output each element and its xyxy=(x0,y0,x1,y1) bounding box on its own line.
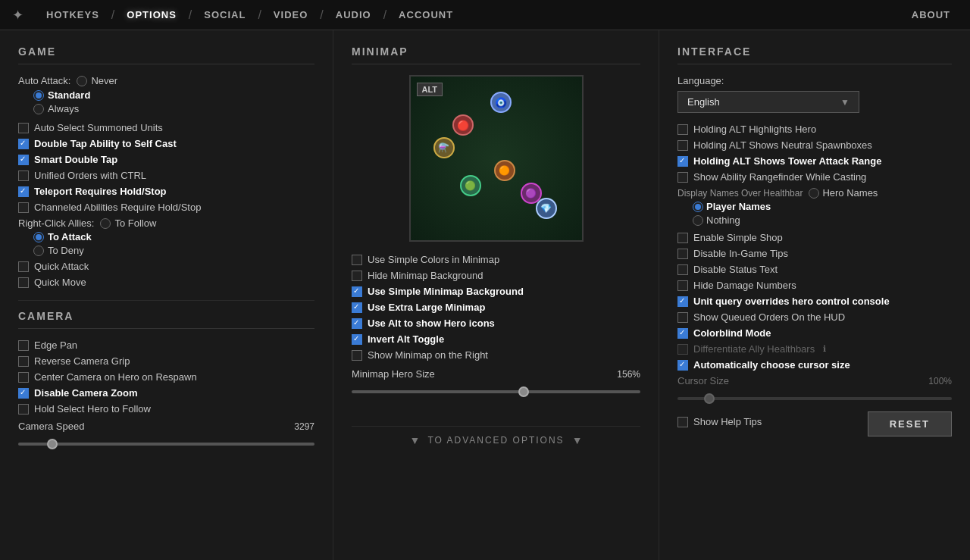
cb-quick-move[interactable] xyxy=(18,277,29,288)
auto-attack-standard[interactable]: Standard xyxy=(33,89,314,101)
reverse-camera[interactable]: Reverse Camera Grip xyxy=(18,355,314,367)
hero-names-option[interactable]: Hero Names xyxy=(809,187,878,199)
cb-alt-highlights[interactable] xyxy=(677,124,688,135)
cb-queued-orders[interactable] xyxy=(677,312,688,323)
invert-alt-toggle[interactable]: Invert Alt Toggle xyxy=(352,333,640,345)
radio-standard[interactable] xyxy=(33,90,44,101)
cb-status-text[interactable] xyxy=(677,264,688,275)
minimap-right-label: Show Minimap on the Right xyxy=(368,349,488,361)
auto-select-summoned[interactable]: Auto Select Summoned Units xyxy=(18,122,314,133)
differentiate-ally[interactable]: Differentiate Ally Healthbars ℹ xyxy=(677,343,952,355)
player-names-option[interactable]: Player Names xyxy=(693,201,952,212)
cb-disable-zoom[interactable] xyxy=(18,388,29,399)
cb-simple-shop[interactable] xyxy=(677,233,688,243)
colorblind-mode[interactable]: Colorblind Mode xyxy=(677,327,952,339)
double-tap-ability[interactable]: Double Tap Ability to Self Cast xyxy=(18,138,314,149)
nav-hotkeys[interactable]: HOTKEYS xyxy=(39,6,107,23)
auto-attack-never[interactable]: Never xyxy=(77,75,117,86)
cb-help-tips[interactable] xyxy=(677,417,688,427)
cb-auto-cursor[interactable] xyxy=(677,360,688,371)
cb-damage-numbers[interactable] xyxy=(677,280,688,291)
hide-damage-numbers[interactable]: Hide Damage Numbers xyxy=(677,280,952,291)
cb-smart-double-tap[interactable] xyxy=(18,155,29,165)
show-queued-orders[interactable]: Show Queued Orders On the HUD xyxy=(677,311,952,323)
radio-player-names[interactable] xyxy=(693,202,703,212)
right-click-attack[interactable]: To Attack xyxy=(33,231,314,242)
cb-auto-select[interactable] xyxy=(18,123,29,133)
cb-unit-query[interactable] xyxy=(677,296,688,307)
show-help-tips[interactable]: Show Help Tips xyxy=(677,416,762,427)
cb-hold-select[interactable] xyxy=(18,404,29,415)
cb-channeled[interactable] xyxy=(18,202,29,213)
nav-social[interactable]: SOCIAL xyxy=(196,6,253,23)
right-click-follow[interactable]: To Follow xyxy=(100,217,156,229)
radio-never[interactable] xyxy=(77,76,87,86)
nav-video[interactable]: VIDEO xyxy=(266,6,315,23)
hero-size-slider[interactable] xyxy=(352,390,640,393)
enable-simple-shop[interactable]: Enable Simple Shop xyxy=(677,232,952,243)
radio-attack[interactable] xyxy=(33,232,44,242)
cb-unified-orders[interactable] xyxy=(18,171,29,181)
simple-minimap-bg[interactable]: Use Simple Minimap Background xyxy=(352,286,640,297)
extra-large-minimap[interactable]: Use Extra Large Minimap xyxy=(352,302,640,313)
camera-speed-slider[interactable] xyxy=(18,443,314,446)
reset-button[interactable]: RESET xyxy=(868,411,952,436)
cb-hide-minimap-bg[interactable] xyxy=(352,271,362,281)
teleport-requires[interactable]: Teleport Requires Hold/Stop xyxy=(18,186,314,197)
cb-differentiate-ally[interactable] xyxy=(677,344,688,355)
right-click-deny[interactable]: To Deny xyxy=(33,245,314,256)
simple-colors[interactable]: Use Simple Colors in Minimap xyxy=(352,254,640,265)
cb-colorblind[interactable] xyxy=(677,328,688,339)
cb-invert-alt[interactable] xyxy=(352,334,362,345)
nav-audio[interactable]: AUDIO xyxy=(328,6,379,23)
alt-tower-range[interactable]: Holding ALT Shows Tower Attack Range xyxy=(677,155,952,167)
unified-orders[interactable]: Unified Orders with CTRL xyxy=(18,170,314,181)
ability-rangefinder[interactable]: Show Ability Rangefinder While Casting xyxy=(677,171,952,183)
minimap-on-right[interactable]: Show Minimap on the Right xyxy=(352,349,640,361)
cb-extra-large[interactable] xyxy=(352,302,362,313)
cb-reverse-camera[interactable] xyxy=(18,356,29,367)
nothing-option[interactable]: Nothing xyxy=(693,214,952,226)
language-dropdown[interactable]: English ▼ xyxy=(677,91,859,113)
cb-minimap-right[interactable] xyxy=(352,350,362,361)
auto-attack-always[interactable]: Always xyxy=(33,103,314,114)
cursor-size-slider[interactable] xyxy=(677,397,952,400)
nav-options[interactable]: OPTIONS xyxy=(119,6,184,23)
center-camera[interactable]: Center Camera on Hero on Respawn xyxy=(18,371,314,383)
auto-cursor-size[interactable]: Automatically choose cursor size xyxy=(677,359,952,371)
nav-account[interactable]: ACCOUNT xyxy=(391,6,461,23)
unit-query-overrides[interactable]: Unit query overrides hero control consol… xyxy=(677,296,952,307)
disable-status-text[interactable]: Disable Status Text xyxy=(677,264,952,275)
nav-about[interactable]: ABOUT xyxy=(904,6,958,23)
disable-camera-zoom[interactable]: Disable Camera Zoom xyxy=(18,387,314,399)
channeled-abilities[interactable]: Channeled Abilities Require Hold/Stop xyxy=(18,202,314,213)
hold-select-hero[interactable]: Hold Select Hero to Follow xyxy=(18,403,314,415)
radio-hero-names[interactable] xyxy=(809,188,819,199)
cb-rangefinder[interactable] xyxy=(677,172,688,183)
radio-deny[interactable] xyxy=(33,246,44,256)
cb-simple-colors[interactable] xyxy=(352,255,362,265)
alt-highlights-hero[interactable]: Holding ALT Highlights Hero xyxy=(677,124,952,135)
cb-alt-hero-icons[interactable] xyxy=(352,318,362,329)
cb-edge-pan[interactable] xyxy=(18,340,29,351)
smart-double-tap[interactable]: Smart Double Tap xyxy=(18,154,314,165)
cb-teleport[interactable] xyxy=(18,186,29,197)
radio-always[interactable] xyxy=(33,104,44,114)
cb-simple-minimap-bg[interactable] xyxy=(352,286,362,297)
hide-minimap-bg[interactable]: Hide Minimap Background xyxy=(352,270,640,281)
cb-alt-neutral[interactable] xyxy=(677,140,688,151)
disable-ingame-tips[interactable]: Disable In-Game Tips xyxy=(677,248,952,259)
cb-double-tap[interactable] xyxy=(18,139,29,149)
cb-alt-tower[interactable] xyxy=(677,156,688,167)
radio-follow[interactable] xyxy=(100,218,111,229)
quick-move[interactable]: Quick Move xyxy=(18,277,314,288)
edge-pan[interactable]: Edge Pan xyxy=(18,339,314,351)
cb-ingame-tips[interactable] xyxy=(677,249,688,259)
quick-attack[interactable]: Quick Attack xyxy=(18,261,314,272)
alt-hero-icons[interactable]: Use Alt to show Hero icons xyxy=(352,318,640,329)
radio-nothing[interactable] xyxy=(693,215,703,226)
alt-neutral-spawnboxes[interactable]: Holding ALT Shows Neutral Spawnboxes xyxy=(677,139,952,151)
advanced-options-bar[interactable]: ▼ TO ADVANCED OPTIONS ▼ xyxy=(352,426,640,446)
cb-center-camera[interactable] xyxy=(18,372,29,383)
cb-quick-attack[interactable] xyxy=(18,261,29,272)
